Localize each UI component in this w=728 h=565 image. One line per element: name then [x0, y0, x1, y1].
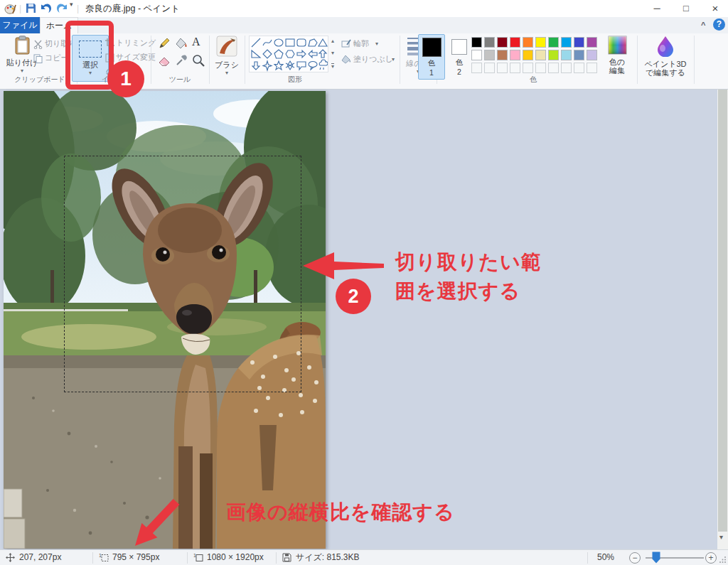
save-button[interactable] [26, 3, 36, 16]
pencil-icon [158, 37, 171, 50]
cut-button[interactable] [33, 39, 43, 52]
vertical-scrollbar[interactable]: ▾ [717, 90, 728, 549]
group-divider [694, 36, 695, 84]
shapes-overflow-button[interactable]: ▾ [331, 63, 334, 70]
crop-label[interactable]: トリミング [116, 38, 156, 48]
palette-swatch-empty[interactable] [510, 63, 520, 73]
fill-tool-button[interactable] [175, 37, 188, 53]
palette-swatch[interactable] [535, 37, 546, 48]
brush-label: ブラシ [212, 60, 242, 70]
palette-swatch[interactable] [548, 37, 559, 48]
palette-swatch[interactable] [497, 37, 508, 48]
redo-button[interactable] [55, 2, 68, 16]
palette-swatch-empty[interactable] [548, 63, 559, 73]
paste-dropdown-icon: ▾ [6, 68, 38, 74]
color2-label: 色 [448, 58, 471, 68]
canvas-selection-rect[interactable] [64, 156, 301, 392]
brush-dropdown-icon: ▾ [212, 70, 242, 76]
eraser-icon [158, 54, 171, 67]
text-tool-icon: A [192, 36, 200, 48]
edit-colors-rainbow-icon [608, 36, 627, 55]
palette-swatch-empty[interactable] [484, 63, 495, 73]
shape-fill-button[interactable] [341, 54, 351, 67]
palette-swatch[interactable] [484, 50, 495, 60]
palette-swatch[interactable] [471, 37, 482, 48]
palette-swatch[interactable] [587, 37, 597, 48]
ribbon-collapse-button[interactable]: ^ [701, 21, 705, 29]
resize-grip-icon[interactable] [719, 556, 727, 563]
paint3d-button[interactable]: ペイント3D で編集する [640, 36, 691, 77]
color2-button[interactable]: 色 2 [448, 34, 471, 80]
title-bar: | ▾ | 奈良の鹿.jpg - ペイント ─ □ × [0, 0, 728, 17]
status-divider [187, 552, 188, 564]
annotation-step1-badge: 1 [107, 60, 144, 97]
selection-size-icon: 1 [99, 553, 109, 562]
outline-button[interactable] [341, 38, 351, 51]
help-button[interactable]: ? [713, 18, 725, 31]
palette-swatch-empty[interactable] [587, 63, 597, 73]
group-divider [245, 36, 245, 84]
palette-swatch-empty[interactable] [561, 63, 572, 73]
copy-button[interactable] [33, 53, 43, 66]
zoom-in-button[interactable]: + [705, 552, 717, 564]
palette-swatch[interactable] [587, 50, 597, 60]
palette-swatch[interactable] [510, 37, 520, 48]
palette-swatch[interactable] [510, 50, 520, 60]
status-cursor-position: 207, 207px [19, 550, 61, 565]
edit-colors-label-1: 色の [601, 58, 633, 66]
palette-swatch[interactable] [561, 37, 572, 48]
minimize-icon: ─ [653, 3, 660, 14]
palette-swatch[interactable] [574, 50, 584, 60]
palette-swatch[interactable] [535, 50, 546, 60]
palette-swatch[interactable] [471, 50, 482, 60]
annotation-step2-text-line1: 切り取りたい範 [395, 249, 542, 276]
undo-icon [41, 2, 53, 14]
group-divider [400, 36, 400, 84]
fill-style-icon [341, 55, 351, 64]
pencil-tool-button[interactable] [158, 37, 171, 53]
edit-colors-button[interactable]: 色の 編集 [601, 36, 633, 75]
tab-file[interactable]: ファイル [0, 17, 40, 33]
color-picker-tool-button[interactable] [175, 54, 188, 70]
color1-button[interactable]: 色 1 [418, 34, 445, 80]
clipboard-group-label: クリップボード [6, 75, 74, 85]
minimize-button[interactable]: ─ [643, 0, 671, 17]
palette-swatch[interactable] [561, 50, 572, 60]
scrollbar-thumb[interactable] [718, 90, 727, 532]
palette-swatch[interactable] [548, 50, 559, 60]
brush-button[interactable]: ブラシ ▾ [212, 36, 242, 76]
text-tool-button[interactable]: A [192, 36, 200, 48]
palette-swatch[interactable] [574, 37, 584, 48]
palette-swatch-empty[interactable] [523, 63, 533, 73]
magnifier-tool-button[interactable] [192, 54, 205, 70]
palette-swatch[interactable] [484, 37, 495, 48]
scroll-up-icon: ▴ [331, 38, 334, 44]
paint-app-icon [4, 3, 16, 18]
annotation-step1-rect [65, 21, 114, 90]
zoom-out-button[interactable]: − [629, 552, 641, 564]
palette-swatch-empty[interactable] [535, 63, 546, 73]
palette-swatch[interactable] [497, 50, 508, 60]
plus-icon: + [708, 553, 713, 563]
shape-fill-label[interactable]: 塗りつぶし [353, 54, 393, 65]
scroll-down-icon: ▾ [331, 50, 334, 56]
shapes-grid[interactable] [249, 36, 328, 72]
zoom-slider-thumb[interactable] [652, 551, 660, 564]
maximize-icon: □ [683, 3, 689, 14]
redo-icon [55, 2, 68, 14]
palette-swatch[interactable] [523, 50, 533, 60]
outline-label[interactable]: 輪郭 [353, 38, 369, 49]
palette-swatch-empty[interactable] [471, 63, 482, 73]
qat-customize-button[interactable]: ▾ [70, 1, 73, 8]
palette-swatch-empty[interactable] [497, 63, 508, 73]
shapes-scroll-down-button[interactable]: ▾ [331, 50, 334, 56]
undo-button[interactable] [41, 2, 53, 16]
shapes-scroll-up-button[interactable]: ▴ [331, 38, 334, 44]
svg-text:1: 1 [193, 553, 196, 558]
palette-swatch-empty[interactable] [574, 63, 584, 73]
palette-swatch[interactable] [523, 37, 533, 48]
maximize-button[interactable]: □ [672, 0, 700, 17]
cursor-position-icon [6, 553, 15, 562]
eraser-tool-button[interactable] [158, 54, 171, 70]
close-button[interactable]: × [701, 0, 728, 17]
